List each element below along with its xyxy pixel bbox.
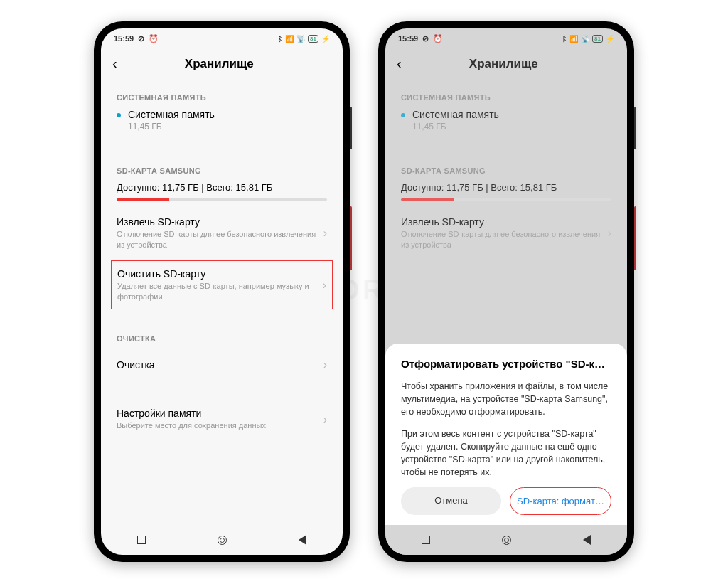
nav-recent-button[interactable]	[137, 536, 146, 544]
nav-bar	[101, 525, 343, 555]
dialog-title: Отформатировать устройство "SD-к…	[401, 358, 611, 370]
dnd-icon: ⊘	[422, 34, 429, 43]
system-memory-row[interactable]: Системная память 11,45 ГБ	[101, 109, 343, 142]
alarm-icon: ⏰	[149, 34, 159, 43]
dnd-icon: ⊘	[138, 34, 144, 43]
nav-bar	[385, 525, 627, 555]
cancel-button[interactable]: Отмена	[401, 487, 501, 515]
memory-settings-row[interactable]: Настройки памяти Выберите место для сохр…	[101, 399, 343, 440]
section-system-label: СИСТЕМНАЯ ПАМЯТЬ	[101, 83, 343, 109]
battery-indicator: 81	[308, 35, 318, 43]
nav-back-button[interactable]	[299, 535, 306, 545]
bullet-icon	[401, 113, 405, 117]
nav-recent-button[interactable]	[422, 536, 430, 544]
clear-subtitle: Удаляет все данные с SD-карты, например …	[117, 281, 323, 302]
sd-storage-summary: Доступно: 11,75 ГБ | Всего: 15,81 ГБ	[117, 182, 327, 193]
eject-title: Извлечь SD-карту	[401, 216, 608, 228]
status-time: 15:59	[398, 34, 418, 43]
page-title: Хранилище	[392, 57, 616, 71]
status-bar: 15:59 ⊘ ⏰ ᛒ 📶 📡 81 ⚡	[385, 28, 627, 48]
chevron-right-icon: ›	[323, 413, 327, 426]
alarm-icon: ⏰	[433, 34, 443, 43]
chevron-right-icon: ›	[608, 227, 611, 240]
chevron-right-icon: ›	[323, 358, 327, 371]
system-memory-size: 11,45 ГБ	[128, 122, 215, 132]
format-dialog: Отформатировать устройство "SD-к… Чтобы …	[385, 344, 627, 525]
wifi-icon: 📡	[296, 35, 305, 43]
format-button[interactable]: SD-карта: формат…	[510, 487, 611, 515]
separator	[117, 383, 327, 383]
phone-right: 15:59 ⊘ ⏰ ᛒ 📶 📡 81 ⚡ ‹ Хранилище СИСТЕМН…	[378, 21, 634, 562]
clear-title: Очистить SD-карту	[117, 268, 323, 280]
phone-left: 15:59 ⊘ ⏰ ᛒ 📶 📡 81 ⚡ ‹ Хранилище СИСТЕМН…	[94, 21, 350, 562]
sd-progress-bar	[117, 198, 327, 201]
section-system-label: СИСТЕМНАЯ ПАМЯТЬ	[385, 83, 627, 109]
power-button	[350, 206, 352, 270]
system-memory-title: Системная память	[412, 109, 499, 120]
eject-title: Извлечь SD-карту	[117, 216, 323, 228]
sd-storage-summary: Доступно: 11,75 ГБ | Всего: 15,81 ГБ	[401, 182, 611, 193]
eject-subtitle: Отключение SD-карты для ее безопасного и…	[401, 229, 608, 250]
chevron-right-icon: ›	[323, 227, 327, 240]
system-memory-row: Системная память 11,45 ГБ	[385, 109, 627, 142]
signal-icon: 📶	[569, 35, 578, 43]
eject-sd-row[interactable]: Извлечь SD-карту Отключение SD-карты для…	[101, 208, 343, 259]
page-header: ‹ Хранилище	[385, 48, 627, 83]
system-memory-title: Системная память	[128, 109, 215, 120]
nav-home-button[interactable]	[218, 536, 227, 545]
battery-indicator: 81	[592, 35, 603, 43]
volume-button	[634, 107, 636, 149]
charging-icon: ⚡	[321, 35, 330, 43]
wifi-icon: 📡	[581, 35, 589, 43]
nav-back-button[interactable]	[583, 535, 591, 545]
bluetooth-icon: ᛒ	[562, 35, 567, 43]
nav-home-button[interactable]	[502, 536, 511, 545]
section-sd-label: SD-КАРТА SAMSUNG	[385, 156, 627, 182]
cleanup-row[interactable]: Очистка ›	[101, 350, 343, 380]
settings-subtitle: Выберите место для сохранения данных	[117, 420, 323, 431]
volume-button	[350, 107, 352, 149]
section-cleanup-label: ОЧИСТКА	[101, 324, 343, 350]
charging-icon: ⚡	[606, 35, 614, 43]
highlight-clear-sd: Очистить SD-карту Удаляет все данные с S…	[111, 260, 333, 310]
chevron-right-icon: ›	[323, 279, 326, 292]
status-bar: 15:59 ⊘ ⏰ ᛒ 📶 📡 81 ⚡	[101, 28, 343, 48]
bluetooth-icon: ᛒ	[278, 35, 282, 43]
cleanup-title: Очистка	[117, 359, 323, 371]
status-time: 15:59	[114, 34, 134, 43]
dialog-paragraph-1: Чтобы хранить приложения и файлы, в том …	[401, 380, 611, 418]
section-sd-label: SD-КАРТА SAMSUNG	[101, 156, 343, 182]
eject-subtitle: Отключение SD-карты для ее безопасного и…	[117, 229, 323, 250]
dialog-paragraph-2: При этом весь контент с устройства "SD-к…	[401, 427, 611, 479]
settings-title: Настройки памяти	[117, 408, 323, 419]
eject-sd-row: Извлечь SD-карту Отключение SD-карты для…	[385, 208, 627, 259]
system-memory-size: 11,45 ГБ	[412, 122, 499, 132]
sd-progress-bar	[401, 198, 611, 201]
bullet-icon	[117, 113, 121, 117]
power-button	[634, 206, 636, 270]
signal-icon: 📶	[285, 35, 294, 43]
page-header: ‹ Хранилище	[101, 48, 343, 83]
page-title: Хранилище	[107, 57, 331, 71]
clear-sd-row[interactable]: Очистить SD-карту Удаляет все данные с S…	[117, 268, 326, 302]
